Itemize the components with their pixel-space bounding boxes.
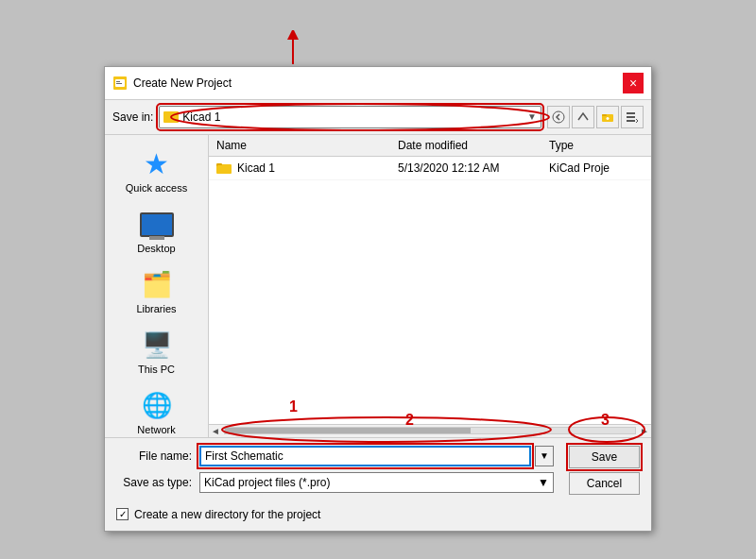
save-in-label: Save in:: [112, 110, 153, 124]
desktop-icon: [138, 209, 176, 241]
scroll-right-btn[interactable]: ►: [640, 426, 649, 436]
save-type-combo[interactable]: KiCad project files (*.pro) ▼: [199, 472, 554, 493]
annotation-num3: 3: [601, 412, 610, 429]
view-menu-button[interactable]: [621, 106, 644, 128]
svg-rect-12: [627, 116, 635, 118]
svg-rect-4: [116, 81, 120, 82]
file-name-row: File name: ▼: [116, 446, 554, 466]
sidebar: ★ Quick access Desktop 🗂️: [105, 135, 209, 437]
annotation-num2: 2: [405, 412, 414, 429]
annotation-num1: 1: [289, 398, 298, 415]
save-button[interactable]: Save: [569, 446, 640, 468]
folder-icon: [163, 111, 179, 123]
back-icon: [552, 110, 565, 124]
dialog-icon: [112, 76, 128, 91]
sidebar-item-libraries[interactable]: 🗂️ Libraries: [109, 263, 204, 320]
view-menu-icon: [626, 110, 639, 124]
svg-rect-13: [627, 120, 635, 122]
sidebar-item-label: Quick access: [126, 182, 187, 194]
svg-rect-16: [217, 165, 231, 174]
save-type-arrow-icon: ▼: [538, 476, 549, 489]
col-name-header: Name: [216, 139, 398, 152]
horizontal-scrollbar[interactable]: ◄ ►: [209, 424, 651, 437]
file-date: 5/13/2020 12:12 AM: [398, 161, 549, 175]
save-type-row: Save as type: KiCad project files (*.pro…: [116, 472, 554, 493]
checkbox-row: ✓ Create a new directory for the project: [116, 504, 640, 523]
create-project-dialog: Create New Project × Save in: Kicad 1 ▼: [104, 66, 652, 532]
annotation-arrow: [274, 30, 312, 68]
file-folder-icon: [216, 161, 232, 176]
svg-point-6: [553, 111, 564, 123]
save-in-combo-inner: Kicad 1: [163, 110, 220, 124]
file-name-dropdown-btn[interactable]: ▼: [535, 446, 554, 466]
create-dir-label: Create a new directory for the project: [134, 508, 320, 521]
sidebar-item-quick-access[interactable]: ★ Quick access: [109, 143, 204, 199]
title-bar: Create New Project ×: [105, 67, 651, 100]
file-name-input[interactable]: [199, 446, 531, 466]
dialog-title: Create New Project: [133, 76, 232, 90]
sidebar-item-network[interactable]: 🌐 Network: [109, 384, 204, 441]
sidebar-item-label: Libraries: [136, 303, 176, 314]
current-folder-label: Kicad 1: [182, 110, 220, 124]
file-name-label: File name:: [116, 449, 192, 463]
toolbar-row: Save in: Kicad 1 ▼: [105, 100, 651, 135]
svg-rect-11: [627, 112, 635, 114]
network-icon: 🌐: [138, 390, 176, 422]
scroll-track: [224, 427, 636, 434]
file-panel-header: Name Date modified Type: [209, 135, 651, 157]
this-pc-icon: 🖥️: [138, 330, 176, 362]
file-name-wrap: ▼: [199, 446, 554, 466]
file-panel: Name Date modified Type: [209, 135, 651, 437]
scroll-thumb: [225, 428, 472, 433]
save-type-wrap: KiCad project files (*.pro) ▼: [199, 472, 554, 493]
quick-access-icon: ★: [138, 148, 176, 180]
toolbar-buttons: [547, 106, 644, 128]
scroll-left-btn[interactable]: ◄: [211, 426, 220, 436]
file-name-cell: Kicad 1: [216, 161, 398, 176]
cancel-button[interactable]: Cancel: [569, 472, 640, 495]
sidebar-item-label: Desktop: [137, 243, 175, 254]
file-list: Kicad 1 5/13/2020 12:12 AM KiCad Proje: [209, 157, 651, 424]
close-button[interactable]: ×: [623, 73, 644, 93]
file-type: KiCad Proje: [549, 161, 644, 175]
save-in-combo[interactable]: Kicad 1 ▼: [159, 106, 541, 128]
combo-arrow-icon: ▼: [527, 111, 537, 122]
save-type-value: KiCad project files (*.pro): [204, 476, 330, 489]
sidebar-item-label: Network: [137, 424, 175, 435]
back-button[interactable]: [547, 106, 570, 128]
main-content: ★ Quick access Desktop 🗂️: [105, 135, 651, 437]
title-bar-left: Create New Project: [112, 76, 232, 91]
new-folder-icon: [601, 110, 614, 124]
new-folder-button[interactable]: [596, 106, 619, 128]
save-type-label: Save as type:: [116, 476, 192, 489]
libraries-icon: 🗂️: [138, 269, 176, 301]
col-type-header: Type: [549, 139, 644, 152]
svg-rect-8: [602, 114, 607, 116]
table-row[interactable]: Kicad 1 5/13/2020 12:12 AM KiCad Proje: [209, 157, 651, 180]
bottom-form: File name: ▼ Save as type: KiCad project…: [105, 437, 651, 531]
sidebar-item-this-pc[interactable]: 🖥️ This PC: [109, 324, 204, 381]
up-button[interactable]: [572, 106, 594, 128]
svg-rect-5: [116, 83, 122, 84]
col-date-header: Date modified: [398, 139, 549, 152]
up-icon: [576, 110, 590, 124]
action-buttons: Save Cancel: [569, 446, 640, 495]
file-name: Kicad 1: [237, 161, 275, 175]
sidebar-item-label: This PC: [138, 364, 175, 375]
sidebar-item-desktop[interactable]: Desktop: [109, 203, 204, 260]
create-dir-checkbox[interactable]: ✓: [116, 508, 129, 520]
